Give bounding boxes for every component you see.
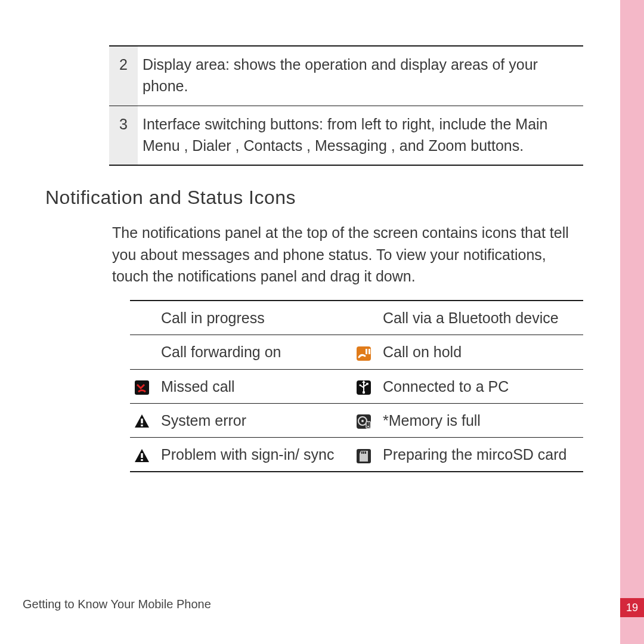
left-text-cell: Problem with sign-in/ sync	[157, 438, 352, 472]
call-hold-icon	[355, 345, 372, 362]
table-row: 2Display area: shows the operation and d…	[109, 46, 583, 106]
right-icon-cell	[352, 301, 379, 335]
numbered-description-table: 2Display area: shows the operation and d…	[109, 45, 583, 166]
status-icons-table: Call in progressCall via a Bluetooth dev…	[130, 300, 583, 472]
left-icon-cell	[130, 403, 157, 437]
right-icon-cell	[352, 335, 379, 369]
right-icon-cell	[352, 369, 379, 403]
warning-icon	[134, 413, 150, 430]
left-text-cell: System error	[157, 403, 352, 437]
right-text-cell: Call via a Bluetooth device	[379, 301, 583, 335]
blank-icon	[134, 311, 150, 328]
row-number: 3	[109, 106, 138, 165]
blank-icon	[355, 311, 372, 328]
table-row: Problem with sign-in/ syncPreparing the …	[130, 438, 583, 472]
left-text-cell: Call forwarding on	[157, 335, 352, 369]
left-icon-cell	[130, 438, 157, 472]
left-text-cell: Missed call	[157, 369, 352, 403]
right-text-cell: Call on hold	[379, 335, 583, 369]
sd-icon	[355, 448, 372, 465]
right-icon-cell	[352, 438, 379, 472]
section-body: The notifications panel at the top of th…	[112, 222, 583, 287]
table-row: Call in progressCall via a Bluetooth dev…	[130, 301, 583, 335]
left-icon-cell	[130, 335, 157, 369]
row-text: Interface switching buttons: from left t…	[138, 106, 583, 165]
warning-icon	[134, 448, 150, 465]
table-row: 3Interface switching buttons: from left …	[109, 106, 583, 165]
table-row: Call forwarding onCall on hold	[130, 335, 583, 369]
left-icon-cell	[130, 301, 157, 335]
page-number: 19	[620, 598, 644, 617]
right-icon-cell	[352, 403, 379, 437]
footer-chapter-title: Getting to Know Your Mobile Phone	[23, 596, 211, 613]
table-row: System error*Memory is full	[130, 403, 583, 437]
disk-icon	[355, 413, 372, 430]
left-icon-cell	[130, 369, 157, 403]
page-accent-strip	[620, 0, 644, 644]
row-number: 2	[109, 46, 138, 106]
right-text-cell: Connected to a PC	[379, 369, 583, 403]
row-text: Display area: shows the operation and di…	[138, 46, 583, 106]
usb-icon	[355, 379, 372, 396]
blank-icon	[134, 345, 150, 362]
section-title: Notification and Status Icons	[45, 184, 602, 211]
right-text-cell: *Memory is full	[379, 403, 583, 437]
right-text-cell: Preparing the mircoSD card	[379, 438, 583, 472]
missed-call-icon	[134, 379, 150, 396]
left-text-cell: Call in progress	[157, 301, 352, 335]
table-row: Missed callConnected to a PC	[130, 369, 583, 403]
